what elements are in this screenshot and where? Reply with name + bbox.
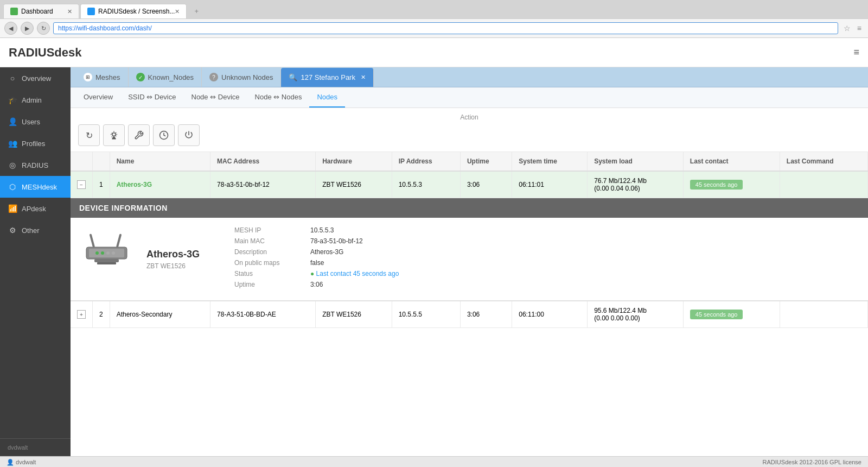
close-tab-dashboard[interactable]: ✕ [67, 8, 72, 15]
sidebar-footer: dvdwalt [0, 438, 71, 456]
row1-uptime: 3:06 [460, 171, 512, 198]
field-value-uptime: 3:06 [310, 281, 323, 288]
row2-expand-cell[interactable]: + [71, 301, 93, 328]
tab-search-label: 127 Stefano Park [301, 73, 355, 81]
locate-button[interactable] [103, 124, 125, 146]
svg-point-7 [95, 251, 99, 255]
row2-mac: 78-A3-51-0B-BD-AE [210, 301, 316, 328]
tools-button[interactable] [128, 124, 150, 146]
row2-hardware: ZBT WE1526 [316, 301, 392, 328]
sidebar-label-overview: Overview [22, 74, 51, 83]
status-link[interactable]: Last contact 45 seconds ago [316, 270, 399, 277]
router-illustration [81, 228, 132, 269]
tab-search[interactable]: 🔍 127 Stefano Park ✕ [281, 68, 373, 87]
known-nodes-tab-icon: ✓ [136, 73, 145, 81]
field-value-mesh-ip: 10.5.5.3 [310, 226, 334, 234]
sidebar-label-users: Users [22, 118, 40, 126]
device-fields: MESH IP 10.5.5.3 Main MAC 78-a3-51-0b-bf… [234, 226, 399, 292]
field-label-mesh-ip: MESH IP [234, 226, 310, 234]
close-search-tab-button[interactable]: ✕ [361, 74, 366, 81]
sidebar-item-radius[interactable]: ◎ RADIUS [0, 154, 71, 176]
table-row: − 1 Atheros-3G 78-a3-51-0b-bf-12 ZBT WE1… [71, 171, 868, 198]
sidebar-item-other[interactable]: ⚙ Other [0, 219, 71, 241]
field-label-description: Description [234, 248, 310, 256]
col-last-contact: Last contact [683, 152, 780, 171]
device-name: Atheros-3G [146, 249, 200, 260]
new-tab-button[interactable]: + [188, 3, 205, 18]
sub-tab-node-nodes[interactable]: Node ⇔ Nodes [247, 87, 310, 108]
back-button[interactable]: ◀ [4, 22, 17, 35]
sub-tab-ssid-device[interactable]: SSID ⇔ Device [120, 87, 183, 108]
field-status: Status ● Last contact 45 seconds ago [234, 270, 399, 277]
svg-point-8 [101, 251, 104, 255]
sidebar: ○ Overview 🎓 Admin 👤 Users 👥 Profiles ◎ … [0, 67, 71, 456]
sub-tab-overview[interactable]: Overview [76, 87, 120, 108]
field-label-main-mac: Main MAC [234, 237, 310, 245]
col-hardware: Hardware [316, 152, 392, 171]
field-value-main-mac: 78-a3-51-0b-bf-12 [310, 237, 363, 245]
address-bar: ◀ ▶ ↻ ☆ ≡ [0, 18, 868, 37]
row1-last-contact-badge: 45 seconds ago [690, 180, 743, 190]
sidebar-item-overview[interactable]: ○ Overview [0, 67, 71, 89]
action-label: Action [78, 113, 860, 121]
device-title-area: Atheros-3G ZBT WE1526 [146, 226, 200, 292]
expand-button-row2[interactable]: + [77, 310, 86, 319]
detail-panel: DEVICE INFORMATION [71, 198, 868, 301]
tab-unknown-nodes[interactable]: ? Unknown Nodes [202, 67, 281, 87]
sub-tab-nodes[interactable]: Nodes [309, 87, 345, 108]
forward-button[interactable]: ▶ [21, 22, 34, 35]
sidebar-item-profiles[interactable]: 👥 Profiles [0, 132, 71, 154]
field-label-status: Status [234, 270, 310, 277]
row1-hardware: ZBT WE1526 [316, 171, 392, 198]
row1-expand-cell[interactable]: − [71, 171, 93, 198]
field-public-maps: On public maps false [234, 259, 399, 267]
app-body: ○ Overview 🎓 Admin 👤 Users 👥 Profiles ◎ … [0, 67, 868, 456]
device-model: ZBT WE1526 [146, 262, 200, 270]
browser-tab-radiusdesk[interactable]: RADIUSdesk / Screensh... ✕ [80, 4, 187, 18]
row1-system-time: 06:11:01 [512, 171, 588, 198]
close-tab-radiusdesk[interactable]: ✕ [175, 8, 180, 15]
table-row: + 2 Atheros-Secondary 78-A3-51-0B-BD-AE … [71, 301, 868, 328]
sidebar-item-users[interactable]: 👤 Users [0, 111, 71, 132]
sidebar-label-apdesk: APdesk [22, 205, 46, 213]
app-title: RADIUSdesk [9, 46, 81, 60]
refresh-button[interactable]: ↻ [78, 124, 100, 146]
address-actions: ☆ ≡ [841, 23, 864, 34]
sub-tab-node-device[interactable]: Node ⇔ Device [184, 87, 247, 108]
address-input[interactable] [53, 22, 838, 34]
row2-system-load: 95.6 Mb/122.4 Mb (0.00 0.00 0.00) [588, 301, 684, 328]
browser-chrome: Dashboard ✕ RADIUSdesk / Screensh... ✕ +… [0, 0, 868, 38]
col-system-load: System load [588, 152, 684, 171]
field-value-public-maps: false [310, 259, 324, 267]
detail-cell: DEVICE INFORMATION [71, 198, 868, 302]
sidebar-item-meshdesk[interactable]: ⬡ MESHdesk [0, 176, 71, 198]
sidebar-label-other: Other [22, 226, 40, 235]
tab-known-nodes-label: Known_Nodes [148, 73, 194, 81]
header-menu-button[interactable]: ≡ [853, 47, 859, 58]
col-num [93, 152, 110, 171]
menu-icon[interactable]: ≡ [855, 23, 864, 34]
sidebar-user: dvdwalt [8, 444, 28, 451]
device-body: Atheros-3G ZBT WE1526 MESH IP 10.5.5.3 [71, 218, 868, 300]
tab-meshes[interactable]: ⊞ Meshes [76, 67, 129, 87]
meshdesk-icon: ⬡ [8, 182, 17, 191]
sidebar-item-apdesk[interactable]: 📶 APdesk [0, 198, 71, 219]
bookmark-icon[interactable]: ☆ [841, 23, 853, 34]
sidebar-label-admin: Admin [22, 96, 42, 104]
power-button[interactable] [178, 124, 200, 146]
browser-tab-dashboard[interactable]: Dashboard ✕ [3, 4, 79, 18]
unknown-nodes-tab-icon: ? [209, 73, 218, 81]
row1-last-contact: 45 seconds ago [683, 171, 780, 198]
field-main-mac: Main MAC 78-a3-51-0b-bf-12 [234, 237, 399, 245]
nodes-table-element: Name MAC Address Hardware IP Address Upt… [71, 152, 868, 328]
meshes-tab-icon: ⊞ [84, 73, 92, 81]
action-bar: Action ↻ [71, 108, 868, 152]
expand-button-row1[interactable]: − [77, 180, 86, 189]
field-value-status: ● Last contact 45 seconds ago [310, 270, 399, 277]
clock-button[interactable] [153, 124, 175, 146]
tab-known-nodes[interactable]: ✓ Known_Nodes [129, 67, 202, 87]
row1-num: 1 [93, 171, 110, 198]
reload-button[interactable]: ↻ [37, 22, 50, 35]
device-image [79, 226, 133, 270]
sidebar-item-admin[interactable]: 🎓 Admin [0, 89, 71, 111]
